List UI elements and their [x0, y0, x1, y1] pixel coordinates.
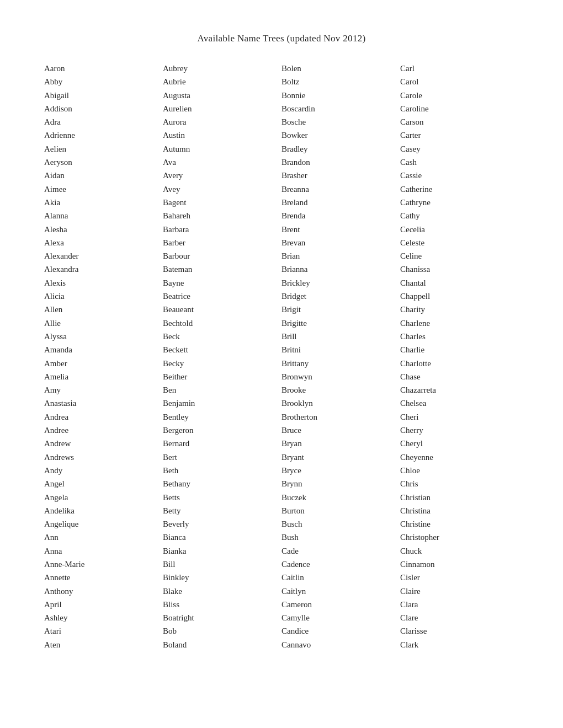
list-item: Brenda [282, 209, 400, 222]
list-item: Bill [163, 558, 282, 571]
list-item: Bert [163, 451, 282, 464]
list-item: Angel [44, 477, 163, 490]
list-item: Brooklyn [282, 397, 400, 410]
list-item: Brill [282, 330, 400, 343]
list-item: Cameron [282, 598, 400, 611]
list-item: Blake [163, 585, 282, 598]
list-item: Celeste [400, 236, 519, 249]
list-item: Alexa [44, 236, 163, 249]
list-item: Claire [400, 585, 519, 598]
column-4: CarlCarolCaroleCarolineCarsonCarterCasey… [400, 62, 519, 651]
list-item: Alexis [44, 276, 163, 290]
list-item: Andrew [44, 437, 163, 450]
list-item: Anne-Marie [44, 558, 163, 571]
list-item: Bayne [163, 276, 282, 290]
list-item: Bryan [282, 437, 400, 450]
list-item: Anastasia [44, 397, 163, 410]
list-item: Chuck [400, 544, 519, 558]
list-item: Barbour [163, 249, 282, 263]
list-item: Aurelien [163, 102, 282, 115]
list-item: Cade [282, 544, 400, 558]
list-item: Avey [163, 183, 282, 196]
list-item: Brevan [282, 236, 400, 249]
list-item: Bechtold [163, 317, 282, 330]
list-item: Carson [400, 115, 519, 129]
list-item: Celine [400, 249, 519, 263]
list-item: Atari [44, 624, 163, 638]
list-item: Ashley [44, 611, 163, 624]
list-item: Bush [282, 531, 400, 544]
list-item: Camylle [282, 611, 400, 624]
list-item: Binkley [163, 571, 282, 584]
list-item: Angela [44, 491, 163, 504]
list-item: Brickley [282, 276, 400, 290]
list-item: Anna [44, 544, 163, 558]
list-item: Clark [400, 638, 519, 651]
list-item: Bahareh [163, 209, 282, 222]
list-item: Cisler [400, 571, 519, 584]
list-item: Bridget [282, 290, 400, 303]
list-item: Casey [400, 142, 519, 156]
list-item: Catherine [400, 183, 519, 196]
list-item: Annette [44, 571, 163, 584]
list-item: Aten [44, 638, 163, 651]
column-1: AaronAbbyAbigailAddisonAdraAdrienneAelie… [44, 62, 163, 651]
list-item: Alexandra [44, 263, 163, 276]
list-item: Aimee [44, 183, 163, 196]
list-item: Bryant [282, 451, 400, 464]
list-item: Bentley [163, 410, 282, 424]
list-item: Bateman [163, 263, 282, 276]
list-item: Candice [282, 624, 400, 638]
list-item: Alicia [44, 290, 163, 303]
list-item: Autumn [163, 142, 282, 156]
list-item: Beckett [163, 343, 282, 356]
list-item: Charity [400, 303, 519, 316]
list-item: Charlotte [400, 357, 519, 370]
list-item: Burton [282, 504, 400, 517]
list-item: Bonnie [282, 89, 400, 102]
list-item: Britni [282, 343, 400, 356]
list-item: Bagent [163, 196, 282, 209]
list-item: Brianna [282, 263, 400, 276]
column-2: AubreyAubrieAugustaAurelienAuroraAustinA… [163, 62, 282, 651]
list-item: Bolen [282, 62, 400, 75]
list-item: Aaron [44, 62, 163, 75]
list-item: Anthony [44, 585, 163, 598]
list-item: Charlie [400, 343, 519, 356]
list-item: Chase [400, 370, 519, 383]
list-item: Chazarreta [400, 383, 519, 397]
list-item: Christian [400, 491, 519, 504]
list-item: Aeryson [44, 156, 163, 169]
list-item: Cheryl [400, 437, 519, 450]
list-item: Aurora [163, 115, 282, 129]
list-item: Allen [44, 303, 163, 316]
list-item: Cadence [282, 558, 400, 571]
list-item: April [44, 598, 163, 611]
list-item: Cheri [400, 410, 519, 424]
list-item: Brittany [282, 357, 400, 370]
list-item: Brooke [282, 383, 400, 397]
list-item: Cathryne [400, 196, 519, 209]
list-item: Andelika [44, 504, 163, 517]
list-item: Cannavo [282, 638, 400, 651]
list-item: Aidan [44, 169, 163, 182]
list-item: Clare [400, 611, 519, 624]
list-item: Bronwyn [282, 370, 400, 383]
list-item: Carl [400, 62, 519, 75]
list-item: Betty [163, 504, 282, 517]
list-item: Cherry [400, 424, 519, 437]
list-item: Amelia [44, 370, 163, 383]
list-item: Clara [400, 598, 519, 611]
list-item: Beverly [163, 517, 282, 531]
list-item: Brian [282, 249, 400, 263]
page-title: Available Name Trees (updated Nov 2012) [44, 33, 519, 44]
list-item: Bowker [282, 129, 400, 142]
list-item: Ava [163, 156, 282, 169]
list-item: Barber [163, 236, 282, 249]
list-item: Carter [400, 129, 519, 142]
list-item: Cinnamon [400, 558, 519, 571]
list-item: Aubrie [163, 75, 282, 88]
list-item: Amanda [44, 343, 163, 356]
list-item: Bosche [282, 115, 400, 129]
list-item: Caitlyn [282, 585, 400, 598]
